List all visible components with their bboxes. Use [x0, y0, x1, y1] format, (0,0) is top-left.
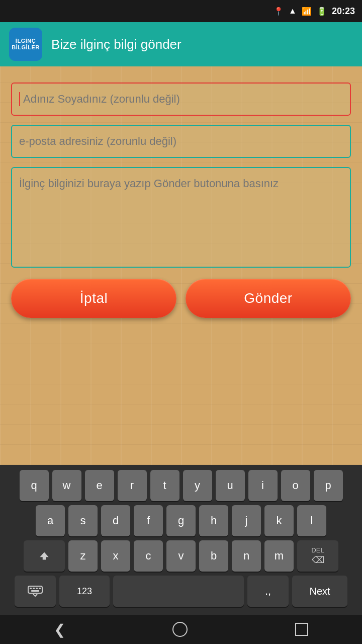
- key-n[interactable]: n: [232, 540, 261, 572]
- back-button[interactable]: ❮: [54, 621, 65, 638]
- keyboard-row-1: q w e r t y u i o p: [2, 470, 360, 501]
- name-input-wrapper: [11, 83, 351, 116]
- cancel-button[interactable]: İptal: [11, 279, 176, 318]
- key-k[interactable]: k: [264, 505, 294, 536]
- status-bar: 📍 ▲ 📶 🔋 20:23: [0, 0, 362, 22]
- key-t[interactable]: t: [150, 470, 179, 501]
- header-title: Bize ilginç bilgi gönder: [51, 37, 182, 52]
- key-f[interactable]: f: [134, 505, 163, 536]
- svg-rect-2: [33, 588, 35, 589]
- recents-button[interactable]: [295, 623, 308, 636]
- svg-rect-4: [39, 588, 41, 589]
- key-j[interactable]: j: [232, 505, 261, 536]
- numbers-key[interactable]: 123: [59, 576, 110, 607]
- key-h[interactable]: h: [199, 505, 228, 536]
- home-button[interactable]: [172, 622, 188, 637]
- key-s[interactable]: s: [68, 505, 98, 536]
- email-input[interactable]: [11, 125, 351, 158]
- punctuation-key[interactable]: .,: [247, 576, 289, 607]
- app-header: İLGİNÇBİLGİLER Bize ilginç bilgi gönder: [0, 22, 362, 66]
- key-a[interactable]: a: [36, 505, 65, 536]
- key-v[interactable]: v: [166, 540, 196, 572]
- app-logo: İLGİNÇBİLGİLER: [9, 28, 42, 61]
- delete-key[interactable]: DEL ⌫: [297, 540, 338, 572]
- keyboard-toggle-key[interactable]: [15, 576, 56, 607]
- key-m[interactable]: m: [264, 540, 294, 572]
- keyboard: q w e r t y u i o p a s d f g h j k l z …: [0, 465, 362, 615]
- buttons-row: İptal Gönder: [11, 279, 351, 318]
- key-i[interactable]: i: [248, 470, 278, 501]
- text-cursor: [19, 92, 20, 106]
- location-icon: 📍: [274, 7, 284, 16]
- svg-rect-0: [28, 586, 42, 593]
- keyboard-row-4: 123 ., Next: [2, 576, 360, 607]
- key-g[interactable]: g: [166, 505, 196, 536]
- svg-rect-1: [30, 588, 32, 589]
- key-w[interactable]: w: [52, 470, 81, 501]
- wifi-icon: ▲: [289, 7, 297, 16]
- status-time: 20:23: [332, 6, 355, 17]
- nav-bar: ❮: [0, 615, 362, 644]
- key-q[interactable]: q: [20, 470, 49, 501]
- next-key[interactable]: Next: [292, 576, 347, 607]
- shift-key[interactable]: [24, 540, 65, 572]
- key-z[interactable]: z: [68, 540, 98, 572]
- keyboard-row-2: a s d f g h j k l: [2, 505, 360, 536]
- signal-icon: 📶: [302, 7, 312, 16]
- app-logo-text: İLGİNÇBİLGİLER: [12, 38, 39, 51]
- space-key[interactable]: [113, 576, 244, 607]
- key-r[interactable]: r: [118, 470, 147, 501]
- key-o[interactable]: o: [281, 470, 310, 501]
- key-b[interactable]: b: [199, 540, 228, 572]
- key-y[interactable]: y: [183, 470, 212, 501]
- battery-icon: 🔋: [317, 7, 327, 16]
- key-x[interactable]: x: [101, 540, 130, 572]
- key-d[interactable]: d: [101, 505, 130, 536]
- main-content: İptal Gönder: [0, 66, 362, 465]
- key-c[interactable]: c: [134, 540, 163, 572]
- key-e[interactable]: e: [85, 470, 114, 501]
- key-l[interactable]: l: [297, 505, 326, 536]
- key-u[interactable]: u: [216, 470, 245, 501]
- keyboard-row-3: z x c v b n m DEL ⌫: [2, 540, 360, 572]
- svg-rect-3: [36, 588, 38, 589]
- svg-rect-5: [31, 590, 39, 592]
- send-button[interactable]: Gönder: [186, 279, 351, 318]
- name-input[interactable]: [11, 83, 351, 116]
- key-p[interactable]: p: [314, 470, 343, 501]
- message-textarea[interactable]: [11, 167, 351, 268]
